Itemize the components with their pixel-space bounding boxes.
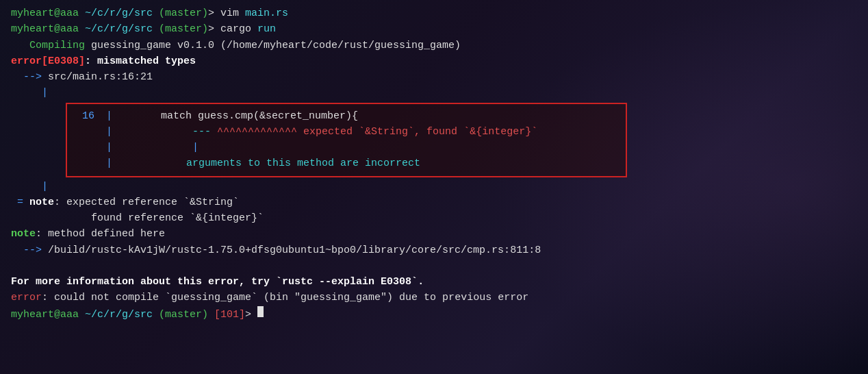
exit-code: [101] <box>214 307 245 323</box>
note-expected-text: : expected reference <box>54 195 183 210</box>
src-location: src/main.rs:16:21 <box>48 69 153 85</box>
code-line-16: 16 | match guess.cmp(&secret_number){ <box>75 108 617 124</box>
code-match: match guess.cmp(&secret_number){ <box>124 108 358 124</box>
terminal-cursor <box>257 306 264 317</box>
note-label2: note <box>11 226 36 242</box>
arrow-src-line: --> src/main.rs:16:21 <box>11 69 857 85</box>
final-prompt-char: > <box>245 307 257 323</box>
error-due-to: (bin "guessing_game") due to previous er… <box>257 290 528 306</box>
for-more-text: For more information about this error, t… <box>11 274 276 290</box>
final-branch: (master) <box>159 307 208 323</box>
pipe-after-box: | <box>11 179 857 195</box>
for-more-period: . <box>418 274 424 290</box>
rustc-explain: `rustc --explain E0308` <box>276 274 418 290</box>
arguments-message-line: | arguments to this method are incorrect <box>75 155 617 171</box>
prompt-at2: @aaa <box>54 21 79 37</box>
terminal: myheart@aaa ~/c/r/g/src (master)> vim ma… <box>0 0 868 374</box>
error-label: error <box>11 53 42 69</box>
error-label2: error <box>11 290 42 306</box>
error-header-line: error[E0308]: mismatched types <box>11 53 857 69</box>
prompt-user2: myheart <box>11 21 54 37</box>
found-type: `&{integer}` <box>463 124 537 140</box>
final-prompt-line: myheart@aaa ~/c/r/g/src (master) [101]> <box>11 306 857 323</box>
note-method-text: : method defined here <box>36 226 165 242</box>
cmd-vim: > vim <box>208 5 245 21</box>
note-equals: = <box>11 195 29 210</box>
final-path: ~/c/r/g/src <box>79 307 159 323</box>
compiling-text: guessing_game v0.1.0 (/home/myheart/code… <box>85 38 461 53</box>
note-found-text: found reference <box>11 210 190 226</box>
final-user: myheart <box>11 307 54 323</box>
prompt-branch2: (master) <box>159 21 208 37</box>
note-label: note <box>29 195 54 210</box>
arrow-cmp-line: --> /build/rustc-kAv1jW/rustc-1.75.0+dfs… <box>11 242 857 258</box>
annotation-carets: ^^^^^^^^^^^^^ <box>217 124 303 140</box>
note-found-line: found reference `&{integer}` <box>11 210 857 226</box>
compiling-label: Compiling <box>29 38 85 53</box>
annotation-dashes: --- <box>192 124 217 140</box>
pipe-annotation: | <box>75 124 192 140</box>
cmd-run: run <box>257 21 276 37</box>
arrow-indicator2: --> <box>11 242 48 258</box>
error-compile-line: error: could not compile `guessing_game`… <box>11 290 857 306</box>
prompt-path: ~/c/r/g/src <box>79 5 159 21</box>
cmd-vim-file: main.rs <box>245 5 288 21</box>
prompt-user: myheart <box>11 5 54 21</box>
note-expected-type: `&String` <box>183 195 239 210</box>
cmd-vim-line: myheart@aaa ~/c/r/g/src (master)> vim ma… <box>11 5 857 21</box>
compiling-indent <box>11 38 29 53</box>
error-code: [E0308] <box>42 53 85 69</box>
cmd-cargo: > cargo <box>208 21 257 37</box>
expected-label: expected <box>303 124 359 140</box>
error-crate: `guessing_game` <box>165 290 257 306</box>
found-separator: , found <box>414 124 463 140</box>
arrow-indicator: --> <box>11 69 48 85</box>
pipe-before-box: | <box>11 85 857 101</box>
cmp-location: /build/rustc-kAv1jW/rustc-1.75.0+dfsg0ub… <box>48 242 541 258</box>
pipe-after: | <box>11 179 48 195</box>
error-message: : mismatched types <box>85 53 196 69</box>
empty-line <box>11 258 857 274</box>
final-at: @aaa <box>54 307 79 323</box>
pipe-16: | <box>100 108 118 124</box>
pipe-vertical: | | <box>75 140 199 155</box>
note-method-line: note: method defined here <box>11 226 857 242</box>
cmd-cargo-line: myheart@aaa ~/c/r/g/src (master)> cargo … <box>11 21 857 37</box>
note-expected-line: = note: expected reference `&String` <box>11 195 857 210</box>
line-number-16: 16 <box>75 108 94 124</box>
for-more-line: For more information about this error, t… <box>11 274 857 290</box>
expected-type: `&String` <box>359 124 414 140</box>
prompt-path2: ~/c/r/g/src <box>79 21 159 37</box>
error-compile-text: : could not compile <box>42 290 165 306</box>
prompt-branch: (master) <box>159 5 208 21</box>
final-space <box>208 307 214 323</box>
annotation-line: | --- ^^^^^^^^^^^^^ expected `&String`, … <box>75 124 617 140</box>
compiling-line: Compiling guessing_game v0.1.0 (/home/my… <box>11 38 857 53</box>
prompt-at: @aaa <box>54 5 79 21</box>
pipe-vertical-line: | | <box>75 140 617 155</box>
arguments-text: arguments to this method are incorrect <box>118 155 420 171</box>
note-found-type: `&{integer}` <box>190 210 264 226</box>
pipe-message: | <box>75 155 118 171</box>
pipe-char: | <box>11 85 48 101</box>
error-highlight-box: 16 | match guess.cmp(&secret_number){ | … <box>66 103 627 177</box>
